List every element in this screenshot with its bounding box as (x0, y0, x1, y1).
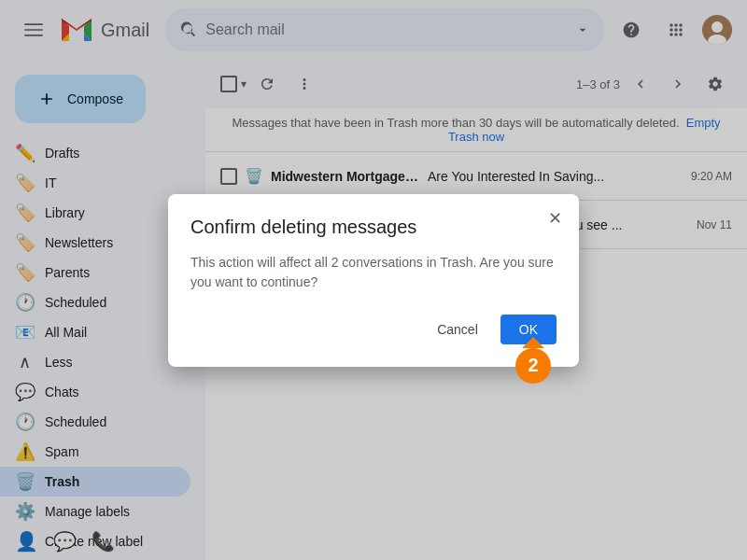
dialog-close-button[interactable]: ✕ (542, 205, 568, 231)
dialog-title: Confirm deleting messages (190, 217, 557, 238)
dialog-body: This action will affect all 2 conversati… (190, 253, 557, 292)
dialog-actions: Cancel OK (190, 315, 557, 344)
cancel-button[interactable]: Cancel (422, 315, 493, 344)
dialog-overlay: ✕ Confirm deleting messages This action … (0, 0, 747, 560)
step-badge: 2 (515, 348, 551, 384)
dialog-wrapper: ✕ Confirm deleting messages This action … (168, 194, 579, 367)
step-indicator: 2 (515, 337, 551, 384)
